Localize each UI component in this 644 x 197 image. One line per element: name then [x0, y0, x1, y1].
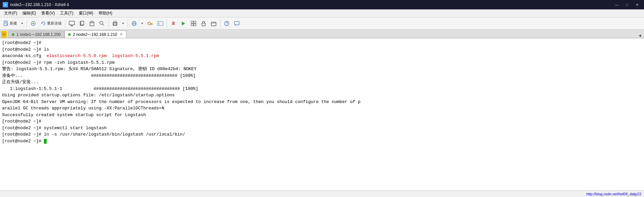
tab-collapse-button[interactable]: ◀: [637, 33, 643, 38]
multiterm-icon: [191, 20, 197, 27]
menu-file[interactable]: 文件(F): [1, 10, 20, 17]
print-dropdown-button[interactable]: [120, 19, 126, 28]
key-button[interactable]: [146, 19, 155, 28]
term-line-1: [root@node2 ~]#: [2, 40, 642, 46]
maximize-button[interactable]: □: [623, 1, 631, 8]
print-button[interactable]: [110, 19, 120, 28]
paste-button[interactable]: [87, 19, 97, 28]
term-line-12: Successfully created system startup scri…: [2, 112, 642, 118]
menu-view[interactable]: 查看(V): [39, 10, 57, 17]
lock-icon: [201, 20, 207, 27]
print-icon: [112, 20, 118, 27]
network-icon: [131, 20, 137, 27]
connect-button[interactable]: [29, 19, 38, 28]
tab-node2[interactable]: 2 node2—192.168.1.210 ✕: [64, 31, 126, 38]
svg-text:⇅: ⇅: [158, 22, 160, 25]
help-button[interactable]: ?: [222, 19, 231, 28]
window-title: node2—192.168.1.210 - Xshell 4: [10, 2, 69, 7]
script-button[interactable]: [169, 19, 178, 28]
terminal-icon: _: [69, 20, 75, 27]
menu-bar: 文件(F) 编辑(E) 查看(V) 工具(T) 窗口(W) 帮助(H): [0, 9, 644, 17]
tab-close-button[interactable]: ✕: [120, 32, 123, 37]
svg-rect-35: [194, 24, 196, 26]
tab-dot-node2: [68, 33, 71, 36]
term-line-13: [root@node2 ~]#: [2, 118, 642, 125]
log-button[interactable]: [209, 19, 218, 28]
status-bar: http://blog.csdn.net/hel09_daijy22: [0, 190, 644, 197]
tab-indicator: [1, 31, 7, 38]
svg-line-16: [103, 24, 104, 26]
new-icon: [3, 20, 9, 27]
svg-text:_: _: [70, 22, 71, 24]
svg-text:?: ?: [226, 22, 228, 26]
menu-window[interactable]: 窗口(W): [76, 10, 96, 17]
svg-rect-14: [91, 21, 93, 23]
key-icon: [147, 20, 153, 27]
terminal-button[interactable]: _: [67, 19, 76, 28]
search-button[interactable]: [97, 19, 107, 28]
script2-button[interactable]: [179, 19, 188, 28]
reconnect-icon: [40, 20, 46, 27]
toolbar: 新建 重新连接 _: [0, 17, 644, 30]
window-controls: — □ ✕: [612, 1, 641, 8]
reconnect-label: 重新连接: [47, 21, 62, 26]
term-line-7: 正在升级/安装...: [2, 79, 642, 86]
terminal-area[interactable]: [root@node2 ~]# [root@node2 ~]# ls anaco…: [0, 38, 644, 190]
new-dropdown-button[interactable]: [19, 19, 25, 28]
term-line-15: [root@node2 ~]# ln -s /usr/share/logstas…: [2, 131, 642, 138]
separator-2: [65, 19, 65, 28]
script2-icon: [180, 20, 186, 27]
minimize-button[interactable]: —: [612, 1, 621, 8]
separator-5: [167, 19, 167, 28]
tab-label-node2: 2 node2—192.168.1.210: [73, 32, 117, 37]
multiterm-button[interactable]: [189, 19, 198, 28]
separator-4: [127, 19, 128, 28]
svg-rect-36: [202, 23, 205, 26]
term-line-4: [root@node2 ~]# rpm -ivh logstash-5.5.1.…: [2, 59, 642, 66]
new-button[interactable]: 新建: [1, 19, 19, 28]
term-line-8: 1:logstash-1:5.5.1-1 ###################…: [2, 86, 642, 92]
tab-label-node1: 1 node1—192.168.1.200: [16, 32, 61, 37]
svg-marker-20: [122, 23, 124, 24]
term-line-2: [root@node2 ~]# ls: [2, 46, 642, 53]
paste-icon: [89, 20, 95, 27]
network-button[interactable]: [129, 19, 139, 28]
sftp-button[interactable]: ⇅: [156, 19, 165, 28]
term-line-16: [root@node2 ~]#: [2, 138, 642, 145]
svg-rect-12: [81, 21, 84, 25]
title-bar: X node2—192.168.1.210 - Xshell 4 — □ ✕: [0, 0, 644, 9]
log-icon: [211, 20, 217, 27]
separator-3: [108, 19, 109, 28]
copy-button[interactable]: [77, 19, 87, 28]
sftp-icon: ⇅: [157, 20, 163, 27]
term-line-5: 警告: logstash-5.5.1.rpm: 头V4 RSA/SHA512 S…: [2, 66, 642, 72]
tab-dot-node1: [12, 33, 14, 36]
term-line-9: Using provided startup.options file: /et…: [2, 92, 642, 99]
term-line-6: 准备中... #################################…: [2, 72, 642, 79]
svg-marker-4: [21, 23, 23, 24]
svg-marker-24: [141, 23, 143, 24]
svg-rect-40: [234, 21, 239, 25]
svg-marker-6: [42, 22, 43, 24]
script-icon: [170, 20, 176, 27]
close-button[interactable]: ✕: [633, 1, 641, 8]
globe-dropdown-button[interactable]: [140, 19, 145, 28]
menu-edit[interactable]: 编辑(E): [20, 10, 39, 17]
copy-icon: [79, 20, 85, 27]
menu-help[interactable]: 帮助(H): [96, 10, 115, 17]
status-link: http://blog.csdn.net/hel09_daijy22: [586, 192, 641, 196]
menu-tools[interactable]: 工具(T): [57, 10, 76, 17]
app-icon: X: [3, 2, 8, 7]
chat-button[interactable]: [232, 19, 241, 28]
chat-icon: [234, 20, 240, 27]
help-icon: ?: [224, 20, 230, 27]
svg-rect-33: [194, 21, 196, 23]
separator-6: [220, 19, 220, 28]
reconnect-button[interactable]: 重新连接: [39, 19, 63, 28]
term-line-14: [root@node2 ~]# systemctl start logstash: [2, 125, 642, 132]
term-line-3: anaconda-ks.cfg elasticsearch-5.5.0.rpm …: [2, 53, 642, 59]
separator-1: [26, 19, 27, 28]
lock-button[interactable]: [199, 19, 208, 28]
tab-node1[interactable]: 1 node1—192.168.1.200: [8, 31, 64, 38]
tab-bar: 1 node1—192.168.1.200 2 node2—192.168.1.…: [0, 30, 644, 38]
